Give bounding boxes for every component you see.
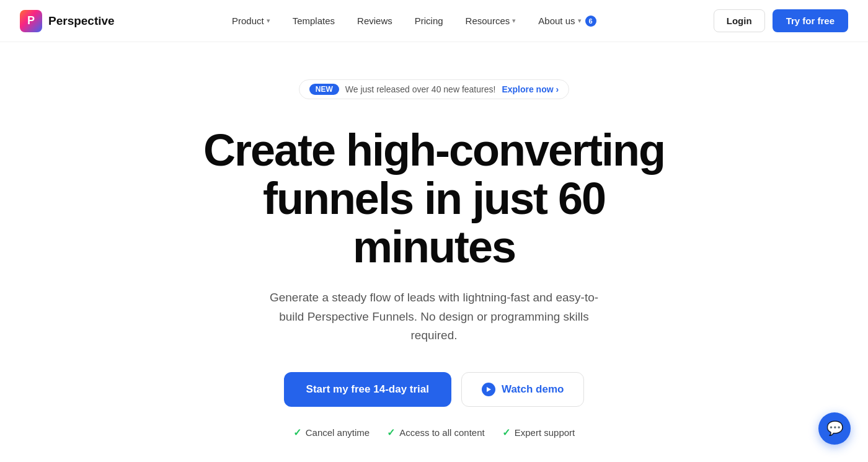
cta-row: Start my free 14-day trial Watch demo [284, 372, 585, 407]
check-icon: ✓ [387, 427, 395, 438]
navbar: P Perspective Product ▾ Templates Review… [0, 0, 868, 42]
banner-link[interactable]: Explore now › [502, 84, 559, 94]
check-icon: ✓ [502, 427, 510, 438]
hero-subtitle: Generate a steady flow of leads with lig… [260, 288, 608, 345]
trust-cancel: ✓ Cancel anytime [293, 427, 370, 438]
logo-text: Perspective [48, 14, 115, 28]
chevron-down-icon: ▾ [512, 17, 516, 25]
trust-support: ✓ Expert support [502, 427, 575, 438]
trust-row: ✓ Cancel anytime ✓ Access to all content… [293, 427, 575, 438]
nav-reviews[interactable]: Reviews [347, 11, 402, 31]
nav-about[interactable]: About us ▾ 6 [528, 11, 606, 32]
chat-button[interactable]: 💬 [818, 412, 851, 445]
start-trial-button[interactable]: Start my free 14-day trial [284, 372, 451, 407]
chat-icon: 💬 [826, 422, 843, 435]
logo[interactable]: P Perspective [20, 10, 115, 32]
nav-pricing[interactable]: Pricing [405, 11, 453, 31]
nav-templates[interactable]: Templates [283, 11, 345, 31]
try-free-button[interactable]: Try for free [773, 9, 848, 32]
logo-icon: P [20, 10, 42, 32]
login-button[interactable]: Login [714, 9, 765, 32]
play-icon [482, 383, 495, 396]
nav-links: Product ▾ Templates Reviews Pricing Reso… [222, 11, 606, 32]
hero-title: Create high-converting funnels in just 6… [180, 127, 688, 271]
trust-access: ✓ Access to all content [387, 427, 485, 438]
banner-text: We just released over 40 new features! [345, 84, 496, 94]
chevron-down-icon: ▾ [578, 17, 582, 25]
hero-section: NEW We just released over 40 new feature… [0, 42, 868, 462]
chevron-down-icon: ▾ [267, 17, 270, 25]
nav-resources[interactable]: Resources ▾ [456, 11, 526, 31]
new-badge: NEW [309, 84, 339, 95]
about-badge: 6 [585, 16, 596, 27]
announcement-banner: NEW We just released over 40 new feature… [299, 79, 569, 99]
nav-product[interactable]: Product ▾ [222, 11, 280, 31]
nav-actions: Login Try for free [714, 9, 848, 32]
watch-demo-button[interactable]: Watch demo [461, 372, 584, 407]
check-icon: ✓ [293, 427, 301, 438]
